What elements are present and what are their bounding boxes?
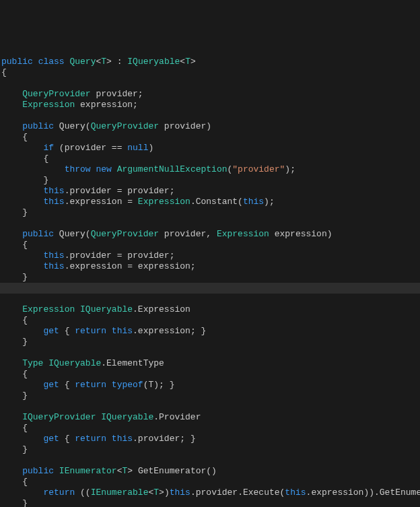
line: QueryProvider provider;: [1, 89, 143, 99]
line: Expression expression;: [1, 100, 138, 110]
line: {: [1, 67, 7, 77]
divider-line: [0, 283, 420, 294]
line: this.expression = Expression.Constant(th…: [1, 197, 275, 207]
line: Type IQueryable.ElementType: [1, 358, 164, 368]
line: {: [1, 154, 48, 164]
line: this.provider = provider;: [1, 186, 174, 196]
line: Expression IQueryable.Expression: [1, 304, 190, 314]
line: return ((IEnumerable<T>)this.provider.Ex…: [1, 487, 420, 498]
line: get { return this.provider; }: [1, 434, 196, 444]
line: {: [1, 369, 28, 379]
code-block: public class Query<T> : IQueryable<T> { …: [1, 46, 419, 507]
line: }: [1, 391, 28, 401]
line: {: [1, 423, 28, 433]
line: public class Query<T> : IQueryable<T>: [1, 57, 196, 67]
line: get { return this.expression; }: [1, 326, 206, 336]
line: this.provider = provider;: [1, 250, 174, 261]
line: }: [1, 444, 28, 454]
line: }: [1, 272, 28, 282]
line: this.expression = expression;: [1, 261, 196, 271]
line: public Query(QueryProvider provider, Exp…: [1, 229, 332, 239]
line: public Query(QueryProvider provider): [1, 121, 211, 131]
line: }: [1, 207, 28, 217]
line: {: [1, 315, 28, 325]
line: IQueryProvider IQueryable.Provider: [1, 412, 201, 422]
line: {: [1, 132, 28, 142]
line: }: [1, 337, 28, 347]
line: if (provider == null): [1, 143, 153, 153]
line: public IEnumerator<T> GetEnumerator(): [1, 466, 217, 476]
line: }: [1, 175, 48, 185]
line: {: [1, 477, 28, 487]
line: get { return typeof(T); }: [1, 380, 174, 390]
line: throw new ArgumentNullException("provide…: [1, 164, 295, 174]
line: {: [1, 240, 28, 250]
line: }: [1, 498, 28, 507]
